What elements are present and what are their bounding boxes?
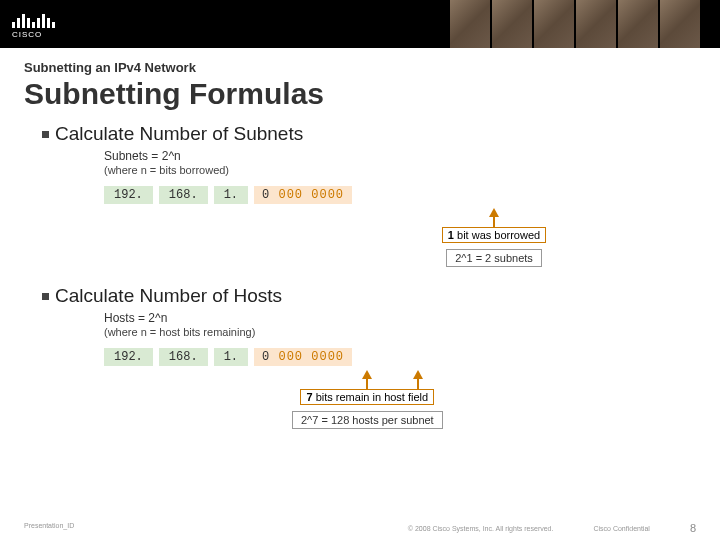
arrow-stem (366, 379, 368, 389)
slide-content: Subnetting an IPv4 Network Subnetting Fo… (0, 48, 720, 429)
octet-4: 0 000 0000 (254, 186, 352, 204)
octet-1: 192. (104, 186, 153, 204)
address-row-subnets: 192. 168. 1. 0 000 0000 (104, 186, 696, 204)
bullet-square-icon (42, 293, 49, 300)
formula-subnets-note: (where n = bits borrowed) (104, 164, 696, 176)
octet-1: 192. (104, 348, 153, 366)
annotation-arrow-subnets: 1 bit was borrowed 2^1 = 2 subnets (292, 204, 696, 267)
slide-title: Subnetting Formulas (24, 77, 696, 111)
annotation-label: bits remain in host field (313, 391, 429, 403)
formula-subnets: Subnets = 2^n (104, 149, 696, 163)
annotation-label: bit was borrowed (454, 229, 540, 241)
footer-copyright: © 2008 Cisco Systems, Inc. All rights re… (408, 525, 554, 532)
formula-hosts-note: (where n = host bits remaining) (104, 326, 696, 338)
arrow-up-icon (362, 370, 372, 379)
result-box-hosts: 2^7 = 128 hosts per subnet (292, 411, 443, 429)
slide-footer: Presentation_ID © 2008 Cisco Systems, In… (0, 522, 720, 534)
bullet-text: Calculate Number of Hosts (55, 285, 282, 307)
annotation-arrow-hosts-2 (413, 366, 423, 389)
annotation-box-subnets: 1 bit was borrowed (442, 227, 546, 243)
diagram-subnets: Subnets = 2^n (where n = bits borrowed) … (104, 149, 696, 267)
annotation-box-hosts: 7 bits remain in host field (300, 389, 434, 405)
cisco-logo-text: CISCO (12, 30, 42, 39)
octet-4: 0 000 0000 (254, 348, 352, 366)
address-row-hosts: 192. 168. 1. 0 000 0000 (104, 348, 696, 366)
arrow-up-icon (413, 370, 423, 379)
borrowed-bit: 0 (262, 188, 270, 202)
bullet-square-icon (42, 131, 49, 138)
host-bits: 000 0000 (278, 188, 344, 202)
bullet-hosts: Calculate Number of Hosts (42, 285, 696, 307)
cisco-logo-bars (12, 10, 55, 28)
header-photo-strip (450, 0, 700, 48)
octet-2: 168. (159, 186, 208, 204)
octet-2: 168. (159, 348, 208, 366)
bullet-subnets: Calculate Number of Subnets (42, 123, 696, 145)
header-bar: CISCO (0, 0, 720, 48)
result-box-subnets: 2^1 = 2 subnets (446, 249, 542, 267)
arrow-stem (493, 217, 495, 227)
octet-3: 1. (214, 186, 248, 204)
diagram-hosts: Hosts = 2^n (where n = host bits remaini… (104, 311, 696, 429)
page-number: 8 (690, 522, 696, 534)
octet-3: 1. (214, 348, 248, 366)
host-bits: 000 0000 (278, 350, 344, 364)
arrow-up-icon (489, 208, 499, 217)
cisco-logo: CISCO (12, 10, 55, 39)
footer-left: Presentation_ID (24, 522, 74, 534)
network-bit: 0 (262, 350, 270, 364)
pretitle: Subnetting an IPv4 Network (24, 60, 696, 75)
footer-confidential: Cisco Confidential (593, 525, 649, 532)
bullet-text: Calculate Number of Subnets (55, 123, 303, 145)
arrow-stem (417, 379, 419, 389)
formula-hosts: Hosts = 2^n (104, 311, 696, 325)
